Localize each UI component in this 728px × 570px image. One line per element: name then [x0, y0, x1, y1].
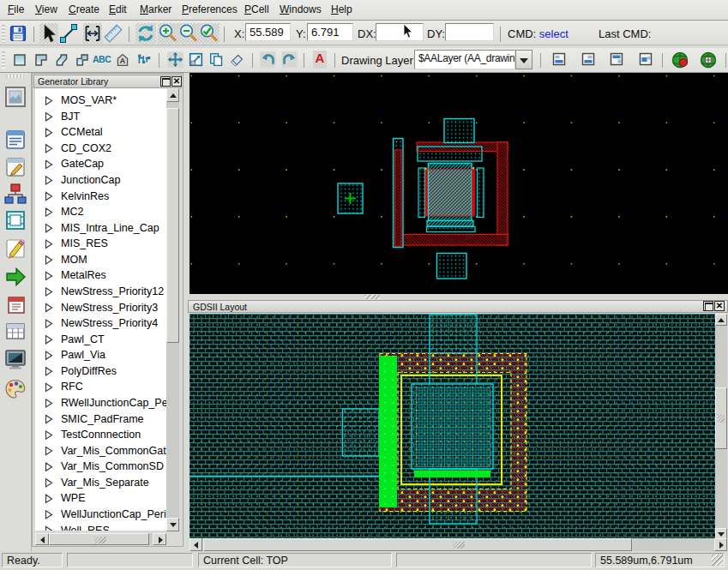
svg-text:A: A	[120, 57, 126, 65]
